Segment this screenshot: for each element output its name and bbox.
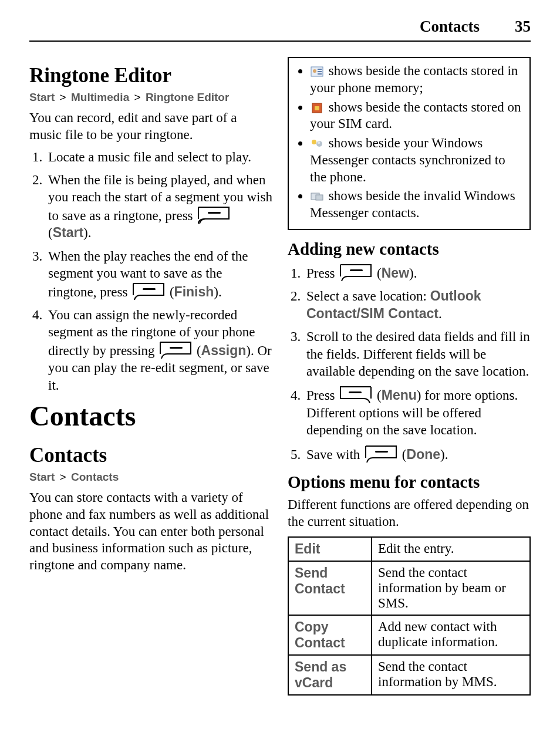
option-desc: Send the contact information by beam or … [372,561,530,615]
step-text: When the file is being played, and when … [48,173,272,223]
invalid-messenger-icon [311,190,323,200]
page: Contacts 35 Ringtone Editor Start > Mult… [0,0,560,746]
breadcrumb-item: Start [29,91,55,103]
softkey-label: Assign [201,343,247,358]
step-text: Scroll to the desired data fields and fi… [306,329,530,379]
legend-item: shows beside the contacts stored on your… [310,99,524,133]
step: When the file is being played, and when … [46,171,272,242]
heading-contacts-chapter: Contacts [29,400,272,432]
legend-text: shows beside your Windows Messenger cont… [310,136,505,184]
right-column: shows beside the contacts stored in your… [288,52,531,696]
step-text: Select a save location: [306,289,430,303]
option-desc: Send the contact information by MMS. [372,655,530,695]
svg-rect-16 [349,391,362,393]
phone-contact-icon [311,65,323,75]
softkey-label: Menu [382,387,417,403]
option-name: Send Contact [288,561,372,615]
steps-ringtone: Locate a music file and select to play. … [29,148,272,394]
left-softkey-icon [132,282,165,300]
option-desc: Add new contact with duplicate informati… [372,615,530,655]
option-desc: Edit the entry. [372,537,530,561]
right-softkey-icon [339,386,372,403]
legend-text: shows beside the invalid Windows Messeng… [310,188,515,220]
breadcrumb-item: Ringtone Editor [146,91,229,103]
svg-rect-15 [350,269,363,271]
step-text: . [445,447,448,462]
steps-adding-contacts: Press (New). Select a save location: Out… [288,264,531,463]
header-section: Contacts [420,18,480,36]
legend-item: shows beside your Windows Messenger cont… [310,135,524,185]
breadcrumb-item: Start [29,471,55,483]
softkey-label: Finish [174,284,214,299]
step: Locate a music file and select to play. [46,148,272,166]
left-softkey-icon [365,445,397,463]
legend-item: shows beside the contacts stored in your… [310,63,524,97]
breadcrumb-separator: > [58,471,68,483]
options-table: Edit Edit the entry. Send Contact Send t… [288,536,531,696]
breadcrumb-ringtone: Start > Multimedia > Ringtone Editor [29,91,272,104]
step-text: Press [306,388,338,403]
step: Press (New). [304,264,531,282]
svg-point-10 [312,140,316,144]
svg-rect-9 [315,106,319,110]
option-name: Edit [288,537,372,561]
svg-point-4 [313,69,316,73]
option-name: Send as vCard [288,655,372,695]
svg-rect-7 [318,73,322,75]
step-text: . [414,266,417,281]
table-row: Edit Edit the entry. [288,537,530,561]
svg-rect-0 [208,212,221,214]
step: Save with (Done). [304,445,531,463]
option-name: Copy Contact [288,615,372,655]
breadcrumb-item: Contacts [71,471,119,483]
svg-rect-17 [375,451,388,453]
breadcrumb-separator: > [132,91,142,103]
table-row: Copy Contact Add new contact with duplic… [288,615,530,655]
intro-ringtone: You can record, edit and save part of a … [29,110,272,144]
legend-text: shows beside the contacts stored in your… [310,63,518,95]
step-text: . [88,225,92,240]
running-header: Contacts 35 [29,18,531,42]
svg-rect-14 [316,195,323,200]
header-page-number: 35 [515,18,531,36]
svg-rect-5 [318,69,322,70]
left-softkey-icon [159,341,192,359]
svg-rect-1 [143,288,156,290]
step: When the play reaches the end of the seg… [46,248,272,301]
heading-contacts-section: Contacts [29,444,272,467]
step-text: . [438,306,442,321]
legend-text: shows beside the contacts stored on your… [310,100,521,131]
svg-rect-6 [318,71,322,72]
step-text: Locate a music file and select to play. [48,150,251,164]
step: Scroll to the desired data fields and fi… [304,328,531,380]
legend-item: shows beside the invalid Windows Messeng… [310,188,524,222]
two-column-layout: Ringtone Editor Start > Multimedia > Rin… [29,52,531,696]
intro-contacts: You can store contacts with a variety of… [29,490,272,574]
contact-icon-legend: shows beside the contacts stored in your… [295,63,524,222]
step: Press (Menu) for more options. Different… [304,386,531,438]
step-text: Save with [306,447,363,462]
left-softkey-icon [339,264,372,281]
table-row: Send as vCard Send the contact informati… [288,655,530,695]
step: You can assign the newly-recorded segmen… [46,306,272,394]
heading-options-menu: Options menu for contacts [288,472,531,492]
breadcrumb-separator: > [58,91,68,103]
contact-icon-legend-box: shows beside the contacts stored in your… [288,57,531,230]
heading-adding-contacts: Adding new contacts [288,239,531,259]
softkey-label: Done [407,447,441,462]
svg-point-12 [318,141,321,144]
svg-rect-2 [170,347,183,349]
softkey-label: Start [53,225,83,240]
left-softkey-icon [197,206,230,224]
step-text: . [218,285,222,299]
step-text: Press [306,266,338,281]
messenger-contact-icon [311,137,323,147]
breadcrumb-contacts: Start > Contacts [29,471,272,484]
breadcrumb-item: Multimedia [71,91,129,103]
left-column: Ringtone Editor Start > Multimedia > Rin… [29,52,272,696]
step: Select a save location: Outlook Contact/… [304,288,531,322]
softkey-label: New [382,265,409,281]
table-row: Send Contact Send the contact informatio… [288,561,530,615]
intro-options-menu: Different functions are offered dependin… [288,497,531,531]
heading-ringtone-editor: Ringtone Editor [29,64,272,87]
